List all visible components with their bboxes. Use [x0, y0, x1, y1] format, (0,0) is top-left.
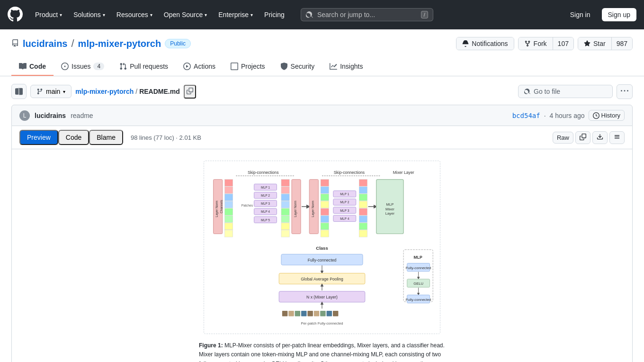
svg-rect-65 — [359, 230, 367, 237]
svg-text:N x (Mixer Layer): N x (Mixer Layer) — [306, 295, 338, 299]
svg-rect-59 — [359, 187, 367, 193]
search-box[interactable]: Search or jump to... / — [301, 8, 433, 21]
history-icon — [593, 112, 599, 119]
commit-author[interactable]: lucidrains — [35, 112, 66, 119]
search-icon — [524, 88, 531, 95]
breadcrumb-separator: / — [135, 88, 137, 95]
svg-rect-47 — [321, 216, 329, 222]
repo-name[interactable]: mlp-mixer-pytorch — [78, 38, 161, 49]
commit-right: bcd54af · 4 hours ago History — [512, 110, 625, 121]
tab-insights[interactable]: Insights — [322, 58, 370, 76]
commit-time: 4 hours ago — [550, 112, 585, 119]
svg-rect-32 — [281, 201, 289, 208]
file-toolbar: main ▾ mlp-mixer-pytorch / README.md Go … — [11, 84, 633, 99]
svg-rect-16 — [224, 230, 233, 237]
svg-text:MLP 4: MLP 4 — [340, 217, 349, 220]
fork-count[interactable]: 107 — [553, 37, 573, 50]
chevron-down-icon: ▾ — [150, 12, 152, 18]
author-avatar: L — [19, 110, 30, 121]
repo-tabs: Code Issues 4 Pull requests Actions Pr — [11, 58, 633, 76]
list-icon — [614, 134, 620, 140]
tab-pullrequests[interactable]: Pull requests — [112, 58, 176, 76]
actions-icon — [183, 63, 191, 70]
svg-text:Fully-connected: Fully-connected — [406, 266, 431, 270]
svg-rect-11 — [224, 194, 233, 200]
repo-separator: / — [71, 37, 74, 50]
copy-content-button[interactable] — [575, 131, 590, 144]
svg-rect-30 — [281, 187, 289, 193]
svg-rect-34 — [281, 216, 289, 222]
svg-rect-58 — [359, 180, 367, 186]
star-count[interactable]: 987 — [611, 37, 632, 50]
star-group: Star 987 — [578, 37, 633, 50]
svg-text:Channels: Channels — [220, 199, 223, 213]
repo-header: lucidrains / mlp-mixer-pytorch Public No… — [0, 29, 644, 76]
tab-projects[interactable]: Projects — [223, 58, 273, 76]
svg-rect-33 — [281, 208, 289, 215]
svg-text:Skip-connections: Skip-connections — [248, 170, 278, 175]
notifications-button[interactable]: Notifications — [456, 37, 513, 50]
svg-text:MLP 4: MLP 4 — [261, 210, 270, 213]
copy-path-button[interactable] — [184, 85, 196, 99]
svg-rect-82 — [288, 311, 294, 316]
github-logo[interactable] — [8, 7, 23, 23]
download-icon — [597, 134, 603, 140]
svg-rect-35 — [281, 223, 289, 229]
svg-rect-42 — [321, 180, 329, 186]
repo-owner[interactable]: lucidrains — [23, 38, 67, 49]
projects-icon — [231, 63, 238, 70]
svg-text:GELU: GELU — [413, 281, 423, 286]
signup-button[interactable]: Sign up — [602, 8, 636, 21]
nav-pricing[interactable]: Pricing — [259, 8, 289, 21]
branch-selector[interactable]: main ▾ — [30, 85, 72, 98]
figure-caption: Figure 1: MLP-Mixer consists of per-patc… — [199, 341, 445, 362]
more-options-button[interactable] — [617, 84, 633, 99]
raw-button[interactable]: Raw — [553, 132, 573, 144]
download-button[interactable] — [592, 131, 608, 144]
svg-rect-13 — [224, 208, 233, 215]
file-tab-code[interactable]: Code — [58, 130, 89, 145]
svg-rect-83 — [295, 311, 300, 316]
history-button[interactable]: History — [589, 110, 625, 121]
fork-button[interactable]: Fork — [519, 37, 553, 50]
main-nav: Product ▾ Solutions ▾ Resources ▾ Open S… — [30, 8, 289, 21]
nav-product[interactable]: Product ▾ — [30, 8, 67, 21]
chevron-down-icon: ▾ — [63, 89, 65, 94]
tab-issues[interactable]: Issues 4 — [54, 58, 112, 76]
architecture-diagram: Skip-connections Skip-connections Mixer … — [204, 161, 440, 334]
file-section: main ▾ mlp-mixer-pytorch / README.md Go … — [0, 76, 644, 362]
svg-rect-84 — [301, 311, 306, 316]
svg-rect-14 — [224, 216, 233, 222]
breadcrumb-repo-link[interactable]: mlp-mixer-pytorch — [75, 88, 134, 95]
nav-resources[interactable]: Resources ▾ — [112, 8, 157, 21]
nav-opensource[interactable]: Open Source ▾ — [159, 8, 212, 21]
nav-enterprise[interactable]: Enterprise ▾ — [214, 8, 258, 21]
svg-rect-45 — [321, 201, 329, 208]
chevron-down-icon: ▾ — [60, 12, 62, 18]
svg-text:Mixer: Mixer — [385, 207, 394, 211]
list-view-button[interactable] — [609, 131, 625, 144]
issues-count: 4 — [93, 63, 104, 70]
header-right: Sign in Sign up — [564, 8, 636, 21]
star-button[interactable]: Star — [578, 37, 611, 50]
branch-icon — [36, 88, 43, 95]
svg-rect-60 — [359, 194, 367, 200]
tab-security[interactable]: Security — [273, 58, 322, 76]
svg-text:Layer Norm: Layer Norm — [311, 200, 315, 217]
commit-hash[interactable]: bcd54af — [512, 112, 540, 119]
sidebar-toggle-button[interactable] — [11, 84, 27, 99]
svg-rect-61 — [359, 201, 367, 208]
svg-text:Global Average Pooling: Global Average Pooling — [301, 277, 343, 281]
commit-bar: L lucidrains readme bcd54af · 4 hours ag… — [11, 105, 633, 126]
signin-button[interactable]: Sign in — [564, 9, 596, 21]
svg-text:Skip-connections: Skip-connections — [334, 170, 365, 175]
file-tab-preview[interactable]: Preview — [19, 130, 58, 145]
goto-file-button[interactable]: Go to file — [518, 85, 613, 98]
svg-rect-85 — [307, 311, 313, 316]
file-tab-blame[interactable]: Blame — [89, 130, 123, 145]
repo-icon — [11, 38, 19, 49]
nav-solutions[interactable]: Solutions ▾ — [69, 8, 110, 21]
tab-actions[interactable]: Actions — [176, 58, 223, 76]
tab-code[interactable]: Code — [11, 58, 54, 76]
pr-icon — [119, 63, 127, 70]
